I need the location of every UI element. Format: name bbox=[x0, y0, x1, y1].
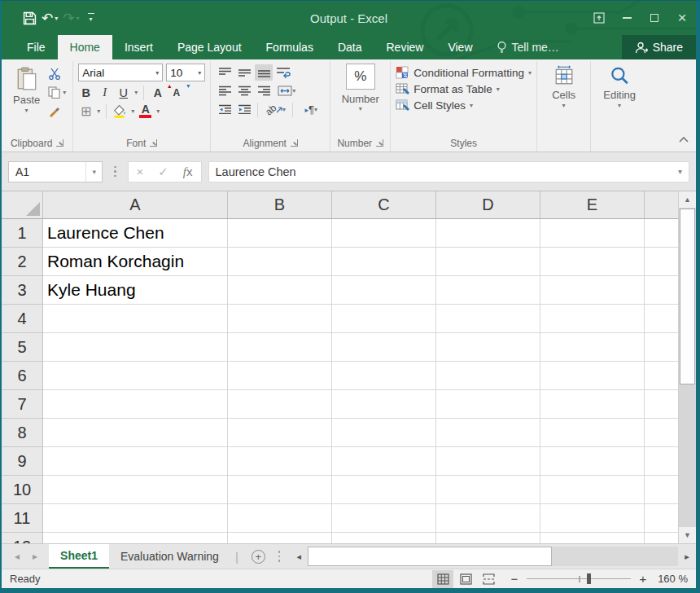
cell-styles-dropdown-icon[interactable]: ▾ bbox=[470, 102, 473, 109]
merge-center-dropdown-icon[interactable]: ▾ bbox=[292, 87, 295, 94]
cell-styles-button[interactable]: Cell Styles ▾ bbox=[396, 99, 532, 112]
orientation-dropdown-icon[interactable]: ▾ bbox=[282, 106, 286, 113]
row-header-1[interactable]: 1 bbox=[2, 219, 43, 248]
text-direction-dropdown-icon[interactable]: ▾ bbox=[314, 106, 317, 113]
font-name-select[interactable]: Arial ▾ bbox=[78, 64, 163, 81]
paste-dropdown-icon[interactable]: ▾ bbox=[25, 107, 28, 114]
cell-E10[interactable] bbox=[540, 476, 645, 504]
wrap-text-button[interactable] bbox=[274, 64, 292, 81]
row-header-12[interactable]: 12 bbox=[2, 533, 43, 543]
cut-button[interactable] bbox=[48, 66, 66, 81]
tab-file[interactable]: File bbox=[15, 35, 58, 59]
page-break-preview-button[interactable] bbox=[478, 570, 499, 588]
zoom-slider-thumb[interactable] bbox=[587, 573, 591, 584]
normal-view-button[interactable] bbox=[432, 570, 453, 588]
font-color-dropdown-icon[interactable]: ▾ bbox=[156, 108, 160, 115]
cells-button[interactable]: Cells ▾ bbox=[549, 64, 579, 111]
horizontal-scroll-track[interactable] bbox=[308, 547, 678, 566]
borders-dropdown-icon[interactable]: ▾ bbox=[97, 108, 100, 115]
row-header-9[interactable]: 9 bbox=[2, 447, 43, 476]
number-format-dropdown-icon[interactable]: ▾ bbox=[359, 105, 362, 112]
orientation-button[interactable]: ab ▾ bbox=[262, 102, 288, 118]
cell-B2[interactable] bbox=[228, 248, 332, 276]
name-box[interactable]: A1 ▾ bbox=[8, 161, 103, 182]
format-as-table-button[interactable]: Format as Table ▾ bbox=[396, 82, 532, 95]
cell-B4[interactable] bbox=[228, 305, 332, 333]
row-header-6[interactable]: 6 bbox=[2, 362, 43, 390]
cell-C2[interactable] bbox=[332, 248, 436, 276]
row-header-10[interactable]: 10 bbox=[2, 476, 43, 504]
bottom-align-button[interactable] bbox=[255, 64, 273, 81]
scroll-up-button[interactable]: ▲ bbox=[679, 191, 696, 208]
cell-C10[interactable] bbox=[332, 476, 436, 504]
underline-button[interactable]: U bbox=[116, 85, 131, 100]
cell-B8[interactable] bbox=[228, 419, 332, 447]
cell-A5[interactable] bbox=[43, 333, 228, 362]
increase-font-size-button[interactable]: A▴ bbox=[150, 85, 165, 100]
formula-bar-input[interactable]: Laurence Chen ▾ bbox=[208, 161, 689, 182]
zoom-level[interactable]: 160 % bbox=[650, 573, 688, 585]
scroll-left-button[interactable]: ◂ bbox=[290, 544, 308, 569]
cell-C7[interactable] bbox=[332, 390, 436, 419]
top-align-button[interactable] bbox=[216, 64, 234, 81]
scroll-down-button[interactable]: ▼ bbox=[679, 527, 696, 543]
row-header-7[interactable]: 7 bbox=[2, 390, 43, 419]
cell-D1[interactable] bbox=[436, 219, 540, 248]
cell-D3[interactable] bbox=[436, 276, 540, 305]
fill-color-dropdown-icon[interactable]: ▾ bbox=[131, 108, 134, 115]
cell-C8[interactable] bbox=[332, 419, 436, 447]
alignment-dialog-launcher[interactable] bbox=[291, 139, 298, 147]
cell-partial-6[interactable] bbox=[645, 362, 678, 390]
cell-A8[interactable] bbox=[43, 419, 228, 447]
cell-A9[interactable] bbox=[43, 447, 228, 476]
cell-C6[interactable] bbox=[332, 362, 436, 390]
column-header-B[interactable]: B bbox=[228, 191, 332, 218]
cell-A4[interactable] bbox=[43, 305, 228, 333]
tab-insert[interactable]: Insert bbox=[112, 35, 165, 59]
cell-B10[interactable] bbox=[228, 476, 332, 504]
cell-E2[interactable] bbox=[540, 248, 645, 276]
vertical-scroll-thumb[interactable] bbox=[680, 209, 695, 384]
column-header-D[interactable]: D bbox=[436, 191, 540, 218]
vertical-scroll-track[interactable] bbox=[679, 208, 696, 527]
cell-partial-3[interactable] bbox=[645, 276, 678, 305]
formula-bar-resize-handle[interactable] bbox=[109, 166, 121, 178]
conditional-formatting-dropdown-icon[interactable]: ▾ bbox=[528, 69, 532, 77]
cell-D7[interactable] bbox=[436, 390, 540, 419]
vertical-scrollbar[interactable]: ▲ ▼ bbox=[678, 191, 696, 543]
select-all-button[interactable] bbox=[2, 191, 43, 218]
cell-E3[interactable] bbox=[540, 276, 645, 305]
sheet-tab-sheet1[interactable]: Sheet1 bbox=[49, 544, 109, 569]
number-dialog-launcher[interactable] bbox=[376, 139, 383, 147]
ribbon-display-options-button[interactable] bbox=[585, 6, 613, 30]
cell-partial-5[interactable] bbox=[645, 333, 678, 362]
column-header-E[interactable]: E bbox=[540, 191, 645, 218]
cell-partial-10[interactable] bbox=[645, 476, 678, 504]
cell-E5[interactable] bbox=[540, 333, 645, 362]
cell-B6[interactable] bbox=[228, 362, 332, 390]
cell-B7[interactable] bbox=[228, 390, 332, 419]
fill-color-button[interactable] bbox=[112, 103, 128, 119]
font-color-button[interactable]: A bbox=[138, 103, 153, 119]
cell-B11[interactable] bbox=[228, 504, 332, 533]
cell-D5[interactable] bbox=[436, 333, 540, 362]
zoom-in-button[interactable]: + bbox=[637, 572, 649, 586]
horizontal-scrollbar[interactable]: ◂ ▸ bbox=[290, 544, 696, 569]
tab-view[interactable]: View bbox=[435, 35, 484, 59]
cell-C9[interactable] bbox=[332, 447, 436, 476]
cell-B9[interactable] bbox=[228, 447, 332, 476]
column-header-C[interactable]: C bbox=[332, 191, 436, 218]
scroll-right-button[interactable]: ▸ bbox=[678, 544, 696, 569]
format-as-table-dropdown-icon[interactable]: ▾ bbox=[497, 86, 500, 93]
font-dialog-launcher[interactable] bbox=[150, 139, 157, 147]
new-sheet-button[interactable]: + bbox=[243, 544, 273, 569]
close-button[interactable]: × bbox=[668, 6, 696, 30]
cell-A2[interactable]: Roman Korchagin bbox=[43, 248, 228, 276]
zoom-slider-track[interactable] bbox=[527, 578, 631, 580]
cell-B12[interactable] bbox=[228, 533, 332, 543]
enter-entry-button[interactable]: ✓ bbox=[158, 165, 168, 179]
cell-partial-2[interactable] bbox=[645, 248, 678, 276]
cell-D10[interactable] bbox=[436, 476, 540, 504]
cell-E8[interactable] bbox=[540, 419, 645, 447]
cell-E7[interactable] bbox=[540, 390, 645, 419]
